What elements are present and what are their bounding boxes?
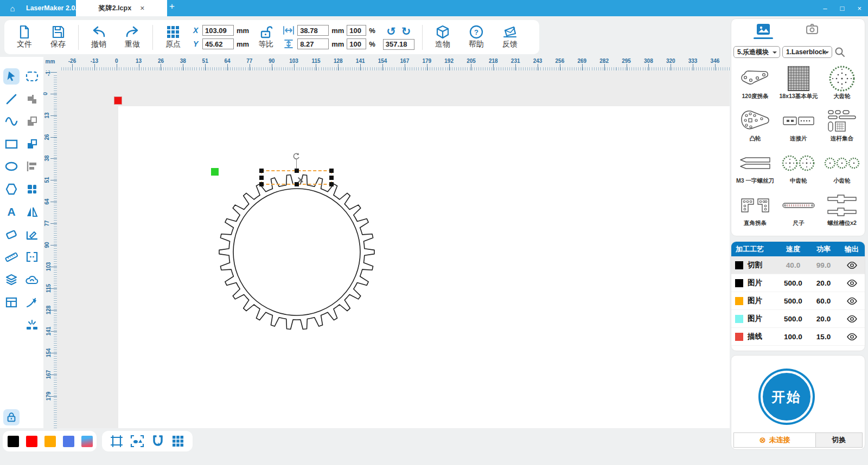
color-swatch-black[interactable] bbox=[8, 436, 19, 447]
aspect-ratio-lock-button[interactable]: 等比 bbox=[252, 25, 279, 49]
tool-explode[interactable] bbox=[24, 317, 40, 333]
selection-handle-e[interactable] bbox=[329, 176, 334, 180]
process-row-image[interactable]: 图片 500.0 60.0 bbox=[731, 292, 865, 310]
tool-curve[interactable] bbox=[3, 113, 20, 130]
visibility-eye-icon[interactable] bbox=[839, 280, 865, 287]
origin-button[interactable]: 原点 bbox=[156, 25, 190, 49]
rotation-input[interactable] bbox=[383, 39, 414, 50]
selection-handle-se[interactable] bbox=[329, 182, 334, 186]
tool-intersect[interactable] bbox=[24, 136, 40, 152]
close-button[interactable]: × bbox=[857, 4, 861, 12]
home-icon[interactable]: ⌂ bbox=[7, 3, 18, 14]
tool-layers[interactable] bbox=[3, 272, 20, 288]
color-swatch-orange[interactable] bbox=[44, 436, 56, 447]
tab-camera[interactable] bbox=[805, 23, 819, 35]
tool-table[interactable] bbox=[3, 294, 20, 311]
tab-close-icon[interactable]: × bbox=[140, 4, 144, 12]
help-button[interactable]: ? 帮助 bbox=[459, 25, 493, 49]
visibility-eye-icon[interactable] bbox=[839, 262, 865, 269]
tool-node-edit[interactable] bbox=[24, 227, 40, 243]
canvas-lock-button[interactable] bbox=[3, 409, 20, 425]
feedback-button[interactable]: 反馈 bbox=[493, 25, 527, 49]
tool-union[interactable] bbox=[24, 91, 40, 107]
tool-cloud[interactable] bbox=[24, 272, 40, 288]
save-button[interactable]: 保存 bbox=[41, 25, 75, 49]
tool-select[interactable] bbox=[3, 68, 20, 85]
rotation-handle-icon[interactable] bbox=[292, 152, 301, 161]
search-icon[interactable] bbox=[834, 47, 845, 57]
switch-device-button[interactable]: 切换 bbox=[816, 432, 863, 448]
start-button[interactable]: 开始 bbox=[758, 369, 815, 425]
width-input[interactable] bbox=[297, 25, 329, 36]
library-item[interactable]: 尺子 bbox=[777, 188, 820, 230]
library-item[interactable]: 大齿轮 bbox=[820, 61, 864, 104]
new-tab-button[interactable]: + bbox=[169, 1, 175, 12]
tool-duplicate[interactable] bbox=[24, 113, 40, 130]
tool-ellipse[interactable] bbox=[3, 158, 20, 175]
library-item[interactable]: 小齿轮 bbox=[820, 146, 864, 188]
frame-tool-icon[interactable] bbox=[110, 435, 123, 448]
process-row-trace[interactable]: 描线 100.0 15.0 bbox=[731, 328, 865, 346]
library-item[interactable]: 连接片 bbox=[777, 104, 820, 146]
tool-pen[interactable] bbox=[24, 294, 40, 311]
file-button[interactable]: 文件 bbox=[8, 25, 41, 49]
layer-color-swatch[interactable] bbox=[735, 261, 743, 269]
magnet-icon[interactable] bbox=[151, 435, 164, 448]
process-row-image[interactable]: 图片 500.0 20.0 bbox=[731, 274, 865, 292]
width-percent-input[interactable] bbox=[347, 25, 366, 36]
redo-button[interactable]: 重做 bbox=[116, 25, 149, 49]
layer-color-swatch[interactable] bbox=[735, 315, 743, 323]
maximize-button[interactable]: □ bbox=[840, 4, 845, 12]
tab-gallery[interactable] bbox=[756, 23, 770, 35]
layer-color-swatch[interactable] bbox=[735, 333, 743, 341]
grid-toggle-icon[interactable] bbox=[171, 435, 184, 448]
visibility-eye-icon[interactable] bbox=[839, 333, 865, 340]
library-item[interactable]: 中齿轮 bbox=[777, 146, 820, 188]
subcategory-dropdown[interactable]: 1.Laserblock bbox=[782, 46, 832, 58]
layer-color-swatch[interactable] bbox=[735, 297, 743, 305]
tool-line[interactable] bbox=[3, 91, 20, 107]
connection-status[interactable]: ⊗ 未连接 bbox=[733, 432, 816, 448]
gear-drawing[interactable] bbox=[57, 70, 730, 428]
tool-polygon[interactable] bbox=[3, 181, 20, 197]
selection-handle-nw[interactable] bbox=[259, 169, 264, 173]
tool-marquee[interactable] bbox=[24, 68, 40, 85]
rotate-cw-icon[interactable]: ↻ bbox=[401, 25, 411, 38]
x-input[interactable] bbox=[202, 25, 234, 36]
color-swatch-blue[interactable] bbox=[63, 436, 74, 447]
tool-weld[interactable] bbox=[24, 249, 40, 265]
undo-button[interactable]: 撤销 bbox=[82, 25, 116, 49]
fit-selection-icon[interactable] bbox=[130, 435, 144, 448]
minimize-button[interactable]: – bbox=[823, 4, 827, 12]
rotate-ccw-icon[interactable]: ↺ bbox=[386, 25, 396, 38]
process-row-cut[interactable]: 切割 40.0 99.0 bbox=[731, 256, 865, 274]
visibility-eye-icon[interactable] bbox=[839, 315, 865, 322]
tool-arrange[interactable] bbox=[24, 181, 40, 197]
y-input[interactable] bbox=[202, 38, 234, 49]
canvas[interactable] bbox=[57, 70, 730, 428]
create-button[interactable]: 造物 bbox=[426, 25, 459, 49]
library-item[interactable]: 连杆集合 bbox=[820, 104, 864, 146]
layer-color-swatch[interactable] bbox=[735, 279, 743, 287]
library-item[interactable]: 18x13基本单元 bbox=[777, 61, 820, 104]
process-row-image[interactable]: 图片 500.0 20.0 bbox=[731, 310, 865, 328]
color-swatch-red[interactable] bbox=[26, 436, 37, 447]
height-input[interactable] bbox=[297, 38, 329, 49]
tool-rectangle[interactable] bbox=[3, 136, 20, 152]
visibility-eye-icon[interactable] bbox=[839, 298, 865, 305]
category-dropdown[interactable]: 5.乐造模块 bbox=[733, 46, 780, 58]
tool-text[interactable]: A bbox=[3, 204, 20, 220]
library-item[interactable]: 螺丝槽位x2 bbox=[820, 188, 864, 230]
library-item[interactable]: 直角拐条 bbox=[733, 188, 777, 230]
selection-box[interactable] bbox=[261, 170, 332, 185]
selection-handle-w[interactable] bbox=[259, 176, 264, 180]
tool-align[interactable] bbox=[24, 158, 40, 175]
library-item[interactable]: 凸轮 bbox=[733, 104, 777, 146]
selection-handle-n[interactable] bbox=[295, 169, 299, 173]
document-tab[interactable]: 奖牌2.lcpx × bbox=[76, 0, 167, 16]
color-swatch-gradient[interactable] bbox=[81, 436, 93, 447]
selection-handle-sw[interactable] bbox=[259, 182, 264, 186]
tool-mirror[interactable] bbox=[24, 204, 40, 220]
library-item[interactable]: 120度拐条 bbox=[733, 61, 777, 104]
height-percent-input[interactable] bbox=[347, 38, 366, 49]
